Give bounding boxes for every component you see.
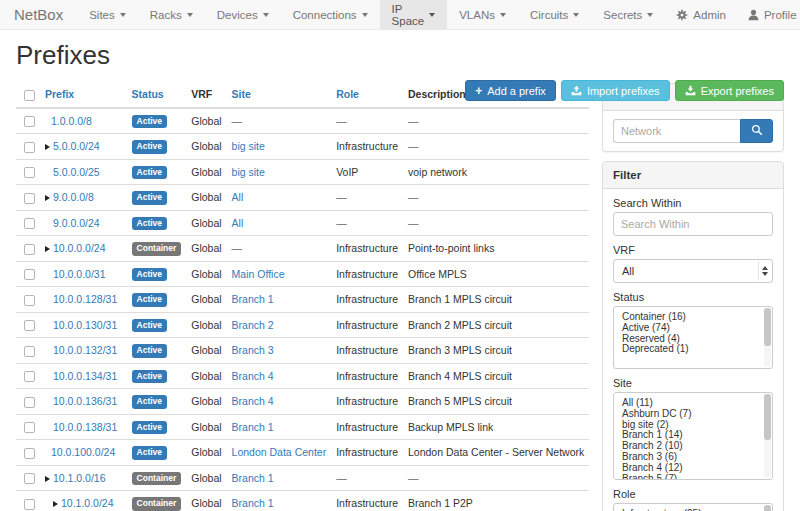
row-checkbox[interactable] — [24, 167, 35, 178]
site-link[interactable]: Branch 1 — [232, 421, 274, 433]
nav-item-vlans[interactable]: VLANs — [447, 0, 518, 29]
row-checkbox[interactable] — [24, 116, 35, 127]
nav-item-secrets[interactable]: Secrets — [591, 0, 665, 29]
status-badge: Active — [132, 191, 168, 205]
row-checkbox[interactable] — [24, 473, 35, 484]
site-filter-option[interactable]: Ashburn DC (7) — [614, 409, 772, 420]
column-header-role[interactable]: Role — [331, 83, 403, 108]
row-checkbox[interactable] — [24, 346, 35, 357]
nav-item-devices[interactable]: Devices — [205, 0, 281, 29]
prefix-link[interactable]: 10.0.0.130/31 — [53, 319, 117, 331]
status-filter-option[interactable]: Reserved (4) — [614, 334, 772, 345]
column-header-status[interactable]: Status — [127, 83, 187, 108]
chevron-down-icon — [362, 13, 368, 17]
prefix-link[interactable]: 10.1.0.0/16 — [53, 472, 106, 484]
profile-link[interactable]: Profile — [737, 0, 800, 29]
expand-caret-icon[interactable] — [45, 144, 50, 150]
status-cell: Active — [127, 389, 187, 415]
site-link[interactable]: Branch 1 — [232, 472, 274, 484]
search-within-input[interactable] — [613, 212, 773, 236]
status-filter-option[interactable]: Container (16) — [614, 312, 772, 323]
site-link[interactable]: Branch 1 — [232, 293, 274, 305]
row-checkbox[interactable] — [24, 371, 35, 382]
scrollbar-thumb[interactable] — [764, 394, 771, 440]
add-prefix-button[interactable]: + Add a prefix — [465, 80, 556, 101]
vrf-cell: Global — [186, 159, 226, 185]
prefix-link[interactable]: 10.0.0.134/31 — [53, 370, 117, 382]
row-checkbox[interactable] — [24, 320, 35, 331]
site-link[interactable]: Branch 2 — [232, 319, 274, 331]
expand-caret-icon[interactable] — [53, 501, 58, 507]
scrollbar-thumb[interactable] — [764, 308, 771, 346]
nav-item-sites[interactable]: Sites — [77, 0, 138, 29]
row-checkbox[interactable] — [24, 499, 35, 510]
row-checkbox[interactable] — [24, 269, 35, 280]
row-checkbox[interactable] — [24, 193, 35, 204]
status-filter-option[interactable]: Active (74) — [614, 323, 772, 334]
row-checkbox[interactable] — [24, 142, 35, 153]
import-prefixes-button[interactable]: Import prefixes — [561, 80, 670, 101]
expand-caret-icon[interactable] — [45, 195, 50, 201]
site-filter-option[interactable]: big site (2) — [614, 420, 772, 431]
prefix-link[interactable]: 9.0.0.0/24 — [53, 217, 100, 229]
search-input[interactable] — [613, 119, 740, 143]
nav-item-ip-space[interactable]: IP Space — [380, 0, 448, 29]
row-checkbox[interactable] — [24, 244, 35, 255]
prefix-link[interactable]: 10.0.0.128/31 — [53, 293, 117, 305]
vrf-filter-label: VRF — [613, 244, 773, 256]
nav-item-label: Devices — [217, 9, 258, 21]
select-all-checkbox[interactable] — [24, 90, 35, 101]
site-filter-option[interactable]: Branch 4 (12) — [614, 463, 772, 474]
page-title: Prefixes — [16, 40, 784, 71]
site-link[interactable]: Main Office — [232, 268, 285, 280]
row-checkbox[interactable] — [24, 448, 35, 459]
vrf-filter-select[interactable]: All — [613, 259, 773, 283]
prefix-link[interactable]: 10.0.0.138/31 — [53, 421, 117, 433]
row-checkbox[interactable] — [24, 218, 35, 229]
site-filter-option[interactable]: All (11) — [614, 398, 772, 409]
admin-link[interactable]: Admin — [665, 0, 737, 29]
prefix-link[interactable]: 10.1.0.0/24 — [61, 497, 114, 509]
site-link[interactable]: All — [232, 217, 244, 229]
prefix-link[interactable]: 10.0.0.0/24 — [53, 242, 106, 254]
row-checkbox[interactable] — [24, 295, 35, 306]
nav-item-racks[interactable]: Racks — [138, 0, 205, 29]
site-link[interactable]: Branch 4 — [232, 370, 274, 382]
expand-caret-icon[interactable] — [45, 246, 50, 252]
site-filter-option[interactable]: Branch 1 (14) — [614, 430, 772, 441]
nav-item-connections[interactable]: Connections — [281, 0, 380, 29]
row-checkbox[interactable] — [24, 397, 35, 408]
site-link[interactable]: All — [232, 191, 244, 203]
site-filter-option[interactable]: Branch 3 (6) — [614, 452, 772, 463]
prefix-link[interactable]: 10.0.0.0/31 — [53, 268, 106, 280]
depth-indent — [45, 175, 53, 176]
nav-item-circuits[interactable]: Circuits — [518, 0, 591, 29]
row-checkbox-cell — [16, 338, 40, 364]
prefix-link[interactable]: 10.0.0.136/31 — [53, 395, 117, 407]
vrf-cell: Global — [186, 389, 226, 415]
site-filter-option[interactable]: Branch 5 (7) — [614, 474, 772, 480]
export-prefixes-button[interactable]: Export prefixes — [675, 80, 784, 101]
column-header-site[interactable]: Site — [227, 83, 332, 108]
expand-caret-icon[interactable] — [45, 476, 50, 482]
scrollbar-thumb[interactable] — [764, 505, 771, 511]
site-link[interactable]: Branch 3 — [232, 344, 274, 356]
site-link[interactable]: London Data Center — [232, 446, 327, 458]
site-filter-option[interactable]: Branch 2 (10) — [614, 441, 772, 452]
site-link[interactable]: Branch 4 — [232, 395, 274, 407]
site-link[interactable]: Branch 1 — [232, 497, 274, 509]
search-button[interactable] — [740, 119, 773, 143]
prefix-link[interactable]: 10.0.100.0/24 — [51, 446, 115, 458]
site-link[interactable]: big site — [232, 140, 265, 152]
site-link[interactable]: big site — [232, 166, 265, 178]
role-cell: Infrastructure — [331, 236, 403, 262]
prefix-link[interactable]: 9.0.0.0/8 — [53, 191, 94, 203]
prefix-link[interactable]: 1.0.0.0/8 — [51, 115, 92, 127]
brand-logo[interactable]: NetBox — [0, 0, 77, 29]
column-header-prefix[interactable]: Prefix — [40, 83, 127, 108]
prefix-link[interactable]: 5.0.0.0/24 — [53, 140, 100, 152]
row-checkbox[interactable] — [24, 422, 35, 433]
prefix-link[interactable]: 10.0.0.132/31 — [53, 344, 117, 356]
status-filter-option[interactable]: Deprecated (1) — [614, 344, 772, 355]
prefix-link[interactable]: 5.0.0.0/25 — [53, 166, 100, 178]
